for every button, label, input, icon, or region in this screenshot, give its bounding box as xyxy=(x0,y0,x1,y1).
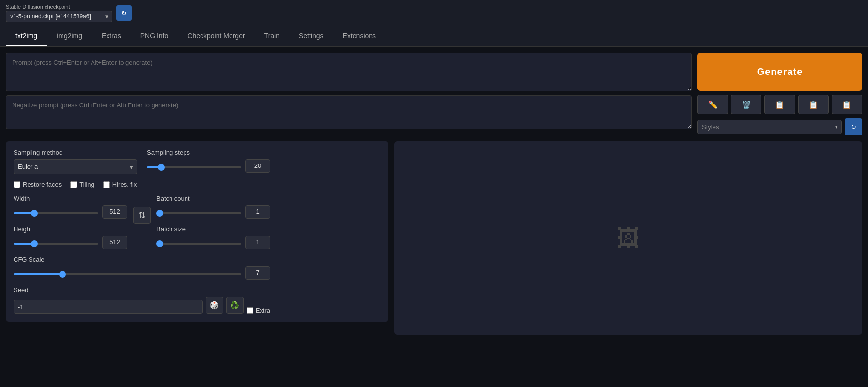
sampling-steps-slider-row: 20 xyxy=(147,159,270,173)
tab-settings[interactable]: Settings xyxy=(289,26,333,46)
seed-group: Seed 🎲 ♻️ xyxy=(14,286,270,314)
sampling-steps-group: Sampling steps 20 xyxy=(147,149,270,173)
seed-dice-button[interactable]: 🎲 xyxy=(206,297,223,314)
cfg-label: CFG Scale xyxy=(14,256,270,263)
batch-col: Batch count 1 Batch size xyxy=(156,195,270,249)
seed-label: Seed xyxy=(14,286,270,294)
width-value: 512 xyxy=(102,205,127,219)
tabs-bar: txt2img img2img Extras PNG Info Checkpoi… xyxy=(0,26,868,47)
tiling-label: Tiling xyxy=(79,181,94,188)
height-value: 512 xyxy=(102,236,127,249)
batch-size-value: 1 xyxy=(245,236,270,249)
sampling-row: Sampling method Euler a ▾ Sampling steps xyxy=(14,149,270,174)
recycle-icon: ♻️ xyxy=(230,301,239,310)
restore-faces-label: Restore faces xyxy=(23,181,62,188)
tab-train[interactable]: Train xyxy=(255,26,289,46)
height-label: Height xyxy=(14,225,127,233)
seed-input[interactable] xyxy=(14,300,203,314)
image-placeholder-icon: 🖼 xyxy=(617,225,640,252)
styles-select-wrapper: Styles ▾ xyxy=(698,120,842,134)
seed-row: 🎲 ♻️ Extra xyxy=(14,297,270,314)
checkboxes-row: Restore faces Tiling Hires. fix xyxy=(14,181,270,188)
action-buttons: ✏️ 🗑️ 📋 📋 📋 xyxy=(698,95,862,114)
checkpoint-refresh-button[interactable]: ↻ xyxy=(116,5,132,21)
restore-faces-checkbox[interactable]: Restore faces xyxy=(14,181,62,188)
cfg-slider[interactable] xyxy=(14,273,241,275)
trash-button[interactable]: 🗑️ xyxy=(731,95,761,114)
hires-fix-input[interactable] xyxy=(103,181,110,188)
extra-input[interactable] xyxy=(247,307,253,314)
batch-count-slider[interactable] xyxy=(156,212,241,214)
batch-size-slider-row: 1 xyxy=(156,236,270,249)
paste-button[interactable]: ✏️ xyxy=(698,95,728,114)
tab-txt2img[interactable]: txt2img xyxy=(6,26,47,46)
sampling-steps-slider[interactable] xyxy=(147,166,241,168)
positive-prompt[interactable] xyxy=(6,53,692,91)
batch-count-group: Batch count 1 xyxy=(156,195,270,219)
styles-select[interactable]: Styles xyxy=(698,120,842,134)
cfg-group: CFG Scale 7 xyxy=(14,256,270,280)
top-bar: Stable Diffusion checkpoint v1-5-pruned.… xyxy=(0,0,868,26)
seed-recycle-button[interactable]: ♻️ xyxy=(226,297,244,314)
sampling-method-group: Sampling method Euler a ▾ xyxy=(14,149,137,174)
seed-input-wrap xyxy=(14,300,203,314)
checkpoint-label: Stable Diffusion checkpoint xyxy=(6,4,112,10)
batch-count-slider-row: 1 xyxy=(156,205,270,219)
cfg-value: 7 xyxy=(245,266,270,280)
controls-col: Generate ✏️ 🗑️ 📋 📋 📋 Styles ▾ ↻ xyxy=(698,53,862,135)
main-content: Generate ✏️ 🗑️ 📋 📋 📋 Styles ▾ ↻ xyxy=(0,47,868,341)
tab-png-info[interactable]: PNG Info xyxy=(131,26,178,46)
height-slider-row: 512 xyxy=(14,236,127,249)
copy-button-1[interactable]: 📋 xyxy=(764,95,795,114)
checkpoint-select[interactable]: v1-5-pruned.ckpt [e1441589a6] xyxy=(6,11,112,22)
refresh-icon: ↻ xyxy=(121,9,127,17)
tiling-checkbox[interactable]: Tiling xyxy=(70,181,94,188)
hires-fix-checkbox[interactable]: Hires. fix xyxy=(103,181,137,188)
batch-count-label: Batch count xyxy=(156,195,270,202)
sampling-steps-label: Sampling steps xyxy=(147,149,270,156)
bottom-row: Sampling method Euler a ▾ Sampling steps xyxy=(6,141,862,335)
styles-row: Styles ▾ ↻ xyxy=(698,118,862,135)
sampling-method-label: Sampling method xyxy=(14,149,137,156)
tab-checkpoint-merger[interactable]: Checkpoint Merger xyxy=(178,26,254,46)
swap-dimensions-button[interactable]: ⇅ xyxy=(133,207,151,224)
prompts-col xyxy=(6,53,692,135)
styles-refresh-button[interactable]: ↻ xyxy=(845,118,862,135)
size-col: Width 512 Height xyxy=(14,195,127,249)
cfg-slider-row: 7 xyxy=(14,266,270,280)
restore-faces-input[interactable] xyxy=(14,181,20,188)
extra-checkbox[interactable]: Extra xyxy=(247,307,270,314)
width-slider[interactable] xyxy=(14,212,98,214)
size-batch-row: Width 512 Height xyxy=(14,195,270,249)
output-panel: 🖼 xyxy=(394,141,862,335)
settings-panel: Sampling method Euler a ▾ Sampling steps xyxy=(6,141,388,335)
hires-fix-label: Hires. fix xyxy=(112,181,137,188)
tiling-input[interactable] xyxy=(70,181,77,188)
width-label: Width xyxy=(14,195,127,202)
sampling-steps-value: 20 xyxy=(245,159,270,173)
negative-prompt[interactable] xyxy=(6,95,692,129)
height-slider[interactable] xyxy=(14,243,98,245)
batch-size-label: Batch size xyxy=(156,225,270,233)
left-column: Sampling method Euler a ▾ Sampling steps xyxy=(14,149,270,314)
extra-label: Extra xyxy=(256,307,270,314)
dice-icon: 🎲 xyxy=(210,301,219,310)
copy-button-3[interactable]: 📋 xyxy=(832,95,862,114)
tab-img2img[interactable]: img2img xyxy=(47,26,92,46)
width-slider-row: 512 xyxy=(14,205,127,219)
generate-button[interactable]: Generate xyxy=(698,53,862,91)
batch-size-group: Batch size 1 xyxy=(156,225,270,249)
width-group: Width 512 xyxy=(14,195,127,219)
prompt-section: Generate ✏️ 🗑️ 📋 📋 📋 Styles ▾ ↻ xyxy=(6,53,862,135)
tab-extensions[interactable]: Extensions xyxy=(333,26,386,46)
refresh-icon: ↻ xyxy=(851,123,856,131)
tab-extras[interactable]: Extras xyxy=(92,26,131,46)
height-group: Height 512 xyxy=(14,225,127,249)
batch-size-slider[interactable] xyxy=(156,243,241,245)
sampling-method-select[interactable]: Euler a xyxy=(14,159,137,174)
batch-count-value: 1 xyxy=(245,205,270,219)
copy-button-2[interactable]: 📋 xyxy=(798,95,829,114)
